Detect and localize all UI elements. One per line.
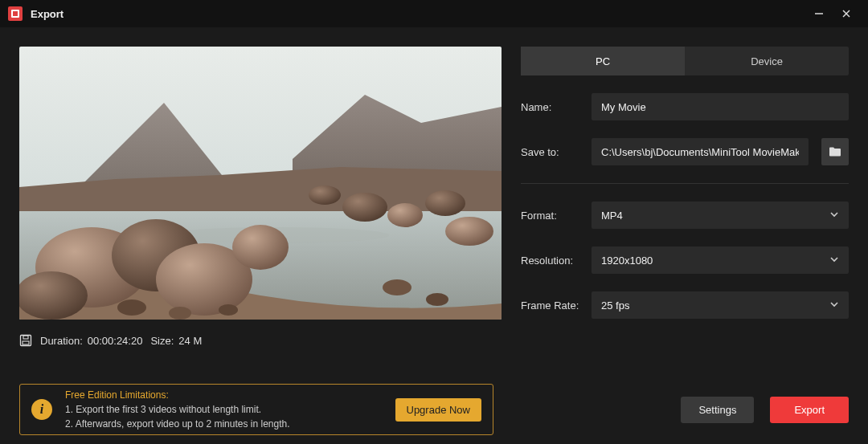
browse-button[interactable] [821, 138, 849, 165]
saveto-label: Save to: [521, 146, 582, 158]
export-target-tabs: PC Device [521, 47, 849, 75]
info-icon: i [31, 399, 52, 420]
framerate-select[interactable]: 25 fps [592, 291, 849, 319]
svg-point-12 [232, 225, 289, 270]
close-button[interactable] [833, 0, 860, 27]
resolution-select[interactable]: 1920x1080 [592, 246, 849, 274]
resolution-label: Resolution: [521, 255, 582, 267]
name-input[interactable] [592, 93, 849, 120]
duration-value: 00:00:24:20 [88, 335, 143, 347]
tab-pc[interactable]: PC [521, 47, 685, 75]
size-value: 24 M [178, 335, 202, 347]
limitations-header: Free Edition Limitations: [65, 388, 290, 402]
svg-point-21 [383, 279, 411, 295]
svg-point-20 [219, 304, 238, 316]
settings-button[interactable]: Settings [681, 397, 754, 423]
minimize-button[interactable] [805, 0, 833, 27]
export-button[interactable]: Export [770, 397, 849, 423]
svg-point-14 [387, 203, 423, 227]
video-preview [19, 47, 502, 320]
chevron-down-icon [829, 210, 839, 222]
svg-point-13 [342, 193, 387, 222]
window-title: Export [31, 8, 63, 20]
limitations-banner: i Free Edition Limitations: 1. Export th… [19, 384, 493, 435]
framerate-value: 25 fps [601, 299, 629, 312]
svg-point-18 [117, 299, 146, 316]
upgrade-button[interactable]: Upgrade Now [395, 398, 482, 422]
limitations-line2: 2. Afterwards, export video up to 2 minu… [65, 417, 290, 431]
size-label: Size: [150, 335, 174, 347]
app-icon [8, 6, 23, 21]
format-value: MP4 [601, 210, 623, 222]
resolution-value: 1920x1080 [601, 255, 653, 267]
svg-point-19 [169, 307, 191, 320]
svg-point-15 [425, 190, 465, 216]
svg-rect-1 [13, 11, 18, 16]
svg-rect-24 [23, 341, 29, 344]
format-select[interactable]: MP4 [592, 202, 849, 229]
name-label: Name: [521, 101, 582, 113]
saveto-input[interactable] [592, 138, 809, 165]
svg-point-16 [445, 217, 493, 246]
framerate-label: Frame Rate: [521, 299, 582, 312]
chevron-down-icon [829, 255, 839, 267]
export-window: Export [0, 0, 868, 444]
svg-point-22 [426, 293, 448, 306]
limitations-line1: 1. Export the first 3 videos without len… [65, 402, 290, 417]
svg-point-17 [309, 185, 341, 205]
export-info: Duration: 00:00:24:20 Size: 24 M [19, 334, 502, 347]
folder-icon [829, 146, 841, 157]
svg-rect-25 [23, 336, 28, 339]
format-label: Format: [521, 210, 582, 222]
disk-icon [19, 334, 32, 347]
duration-label: Duration: [40, 335, 83, 347]
tab-device[interactable]: Device [685, 47, 849, 75]
titlebar: Export [0, 0, 868, 27]
chevron-down-icon [829, 299, 839, 312]
